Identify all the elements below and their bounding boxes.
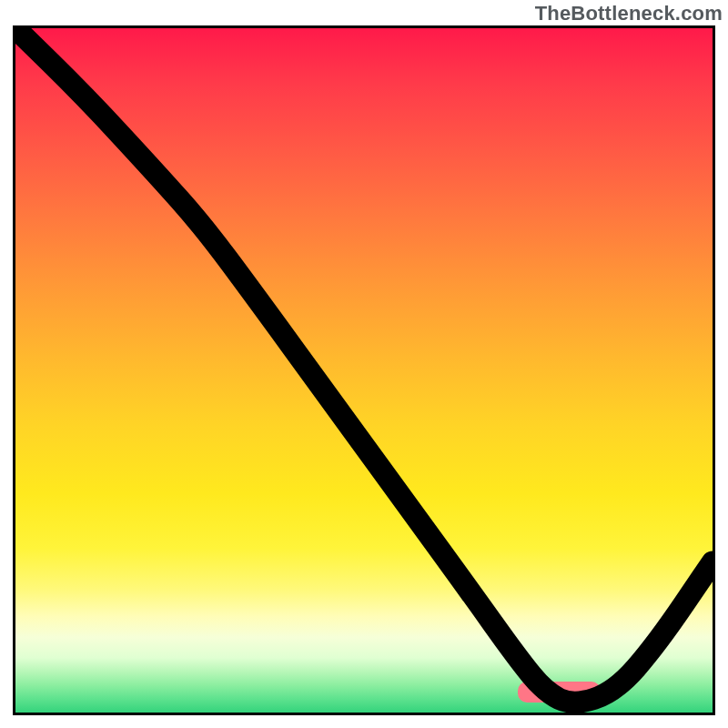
chart-container: TheBottleneck.com	[0, 0, 728, 728]
plot-frame	[13, 25, 715, 715]
watermark-text: TheBottleneck.com	[535, 2, 723, 25]
bottleneck-curve	[15, 28, 713, 713]
curve-path	[15, 28, 713, 703]
